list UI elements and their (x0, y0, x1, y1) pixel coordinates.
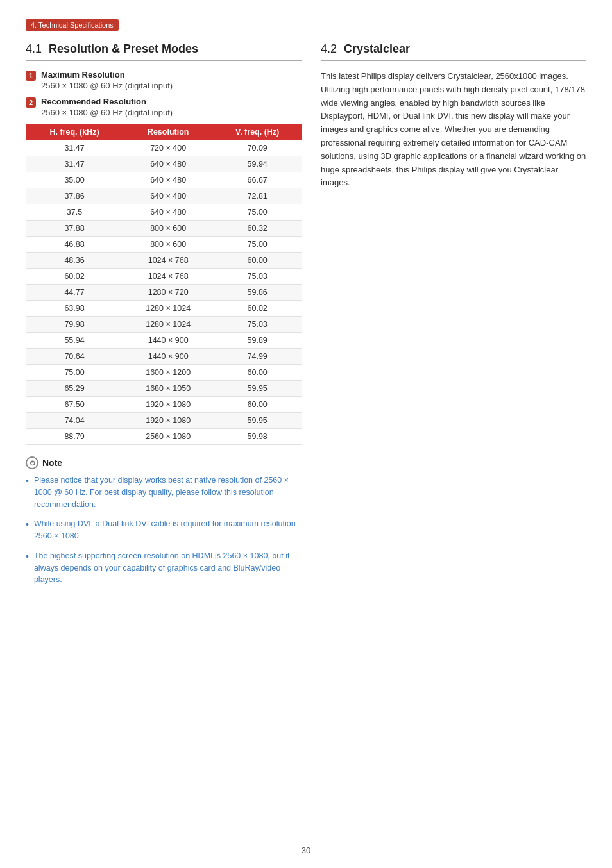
rec-res-value: 2560 × 1080 @ 60 Hz (digital input) (41, 108, 302, 117)
badge-2: 2 (26, 97, 36, 108)
section42-title: 4.2 Crystalclear (321, 42, 586, 61)
col-vfreq: V. freq. (Hz) (213, 124, 302, 140)
col-resolution: Resolution (123, 124, 213, 140)
resolution-table: H. freq. (kHz) Resolution V. freq. (Hz) … (26, 124, 302, 445)
table-row: 67.501920 × 108060.00 (26, 397, 302, 413)
table-row: 48.361024 × 76860.00 (26, 253, 302, 269)
table-row: 44.771280 × 72059.86 (26, 285, 302, 301)
note-list-item: The highest supporting screen resolution… (26, 550, 302, 586)
note-list-item: Please notice that your display works be… (26, 474, 302, 510)
table-row: 37.5640 × 48075.00 (26, 204, 302, 221)
table-row: 70.641440 × 90074.99 (26, 349, 302, 365)
table-row: 35.00640 × 48066.67 (26, 172, 302, 188)
note-icon: ⊝ (26, 456, 38, 469)
table-row: 37.88800 × 60060.32 (26, 221, 302, 237)
table-row: 60.021024 × 76875.03 (26, 269, 302, 285)
section41-title: 4.1 Resolution & Preset Modes (26, 42, 302, 61)
rec-res-label: Recommended Resolution (41, 97, 302, 106)
col-hfreq: H. freq. (kHz) (26, 124, 123, 140)
note-list: Please notice that your display works be… (26, 474, 302, 586)
table-row: 65.291680 × 105059.95 (26, 381, 302, 397)
table-row: 63.981280 × 102460.02 (26, 301, 302, 317)
table-row: 31.47720 × 40070.09 (26, 140, 302, 156)
rec-resolution-item: 2 Recommended Resolution 2560 × 1080 @ 6… (26, 97, 302, 117)
max-res-value: 2560 × 1080 @ 60 Hz (digital input) (41, 81, 302, 90)
badge-1: 1 (26, 71, 36, 81)
table-row: 75.001600 × 120060.00 (26, 365, 302, 381)
table-row: 74.041920 × 108059.95 (26, 413, 302, 429)
table-row: 79.981280 × 102475.03 (26, 317, 302, 333)
max-res-label: Maximum Resolution (41, 70, 302, 79)
table-row: 31.47640 × 48059.94 (26, 156, 302, 172)
table-row: 88.792560 × 108059.98 (26, 429, 302, 445)
right-column: 4.2 Crystalclear This latest Philips dis… (321, 42, 586, 594)
max-resolution-item: 1 Maximum Resolution 2560 × 1080 @ 60 Hz… (26, 70, 302, 90)
crystal-body: This latest Philips display delivers Cry… (321, 70, 586, 190)
note-header: ⊝ Note (26, 456, 302, 469)
table-row: 55.941440 × 90059.89 (26, 333, 302, 349)
table-row: 37.86640 × 48072.81 (26, 188, 302, 204)
note-title: Note (42, 458, 62, 468)
left-column: 4.1 Resolution & Preset Modes 1 Maximum … (26, 42, 302, 594)
page-number: 30 (302, 846, 310, 855)
note-section: ⊝ Note Please notice that your display w… (26, 456, 302, 586)
note-list-item: While using DVI, a Dual-link DVI cable i… (26, 518, 302, 542)
table-row: 46.88800 × 60075.00 (26, 237, 302, 253)
breadcrumb: 4. Technical Specifications (26, 19, 119, 31)
